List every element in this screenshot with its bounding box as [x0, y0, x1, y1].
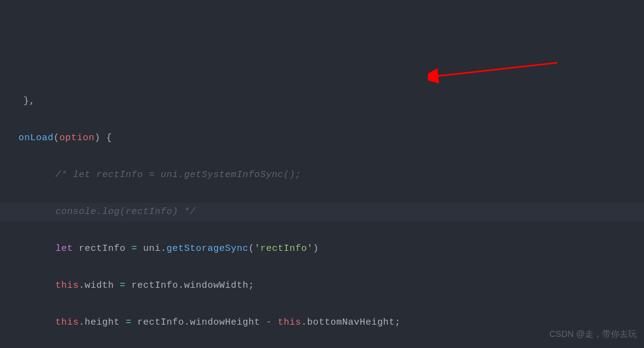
method-name: onLoad	[18, 133, 54, 143]
comment: /* let rectInfo = uni.getSystemInfoSync(…	[55, 170, 301, 180]
code-editor[interactable]: }, onLoad(option) { /* let rectInfo = un…	[0, 74, 644, 348]
watermark-text: CSDN @走，带你去玩	[549, 325, 637, 343]
code-text: },	[0, 96, 35, 106]
code-line: /* let rectInfo = uni.getSystemInfoSync(…	[0, 166, 644, 184]
code-line: },	[0, 92, 644, 111]
code-line: this.width = rectInfo.windowWidth;	[0, 277, 644, 295]
comment: console.log(rectInfo) */	[55, 207, 196, 217]
code-line: onLoad(option) {	[0, 129, 644, 148]
code-line: this.height = rectInfo.windowHeight - th…	[0, 314, 644, 332]
code-line-highlighted: console.log(rectInfo) */	[0, 203, 644, 221]
code-line: let rectInfo = uni.getStorageSync('rectI…	[0, 240, 644, 258]
